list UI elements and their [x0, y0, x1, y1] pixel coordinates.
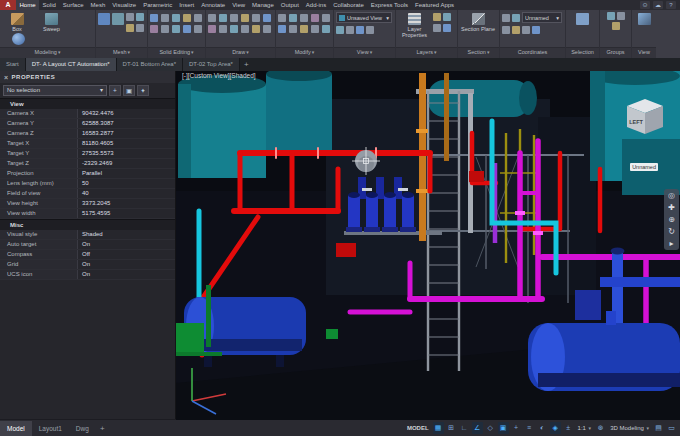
otrack-icon[interactable]: +	[511, 422, 522, 434]
osnap-icon[interactable]: ▣	[498, 422, 509, 434]
visual-styles-button[interactable]	[634, 12, 654, 26]
line-icon[interactable]	[208, 14, 216, 22]
showmotion-icon[interactable]: ▸	[669, 239, 673, 248]
property-value[interactable]: Parallel	[77, 169, 175, 178]
quick-select-icon[interactable]: ✦	[137, 85, 149, 96]
ribbon-tab-express-tools[interactable]: Express Tools	[367, 0, 411, 10]
ucs-view-icon[interactable]	[522, 26, 530, 34]
lineweight-icon[interactable]: ≡	[524, 422, 535, 434]
smooth-less-icon[interactable]	[136, 13, 144, 21]
dwg-tab[interactable]: Dwg	[69, 421, 96, 436]
union-icon[interactable]	[150, 14, 158, 22]
property-value[interactable]: On	[77, 240, 175, 249]
transparency-icon[interactable]: ◐	[537, 422, 548, 434]
section-plane-tag[interactable]: Unnamed	[630, 163, 658, 171]
select-objects-icon[interactable]: ▣	[123, 85, 135, 96]
clean-screen-icon[interactable]: ▭	[666, 422, 677, 434]
layer-isolate-icon[interactable]	[443, 24, 451, 32]
file-tab-top-area[interactable]: DT-02 Top Area*	[183, 58, 240, 71]
ucs-z-axis-icon[interactable]	[512, 26, 520, 34]
file-tab-layout-ct-automation[interactable]: DT- A Layout CT Automation*	[26, 58, 117, 71]
annotation-monitor-icon[interactable]: ▤	[653, 422, 664, 434]
separate-icon[interactable]	[172, 25, 180, 33]
layer-off-icon[interactable]	[433, 13, 441, 21]
imprint-icon[interactable]	[183, 25, 191, 33]
rotate-icon[interactable]	[289, 14, 297, 22]
circle-icon[interactable]	[230, 14, 238, 22]
smooth-mesh-icon[interactable]	[112, 13, 124, 25]
ellipse-icon[interactable]	[263, 14, 271, 22]
file-tab-bottom-area[interactable]: DT-01 Bottom Area*	[117, 58, 183, 71]
new-drawing-tab-button[interactable]: +	[240, 58, 253, 71]
grid-icon[interactable]: ▦	[433, 422, 444, 434]
zoom-icon[interactable]: ⊕	[668, 215, 675, 224]
orbit-tool-icon[interactable]	[336, 26, 344, 34]
add-crease-icon[interactable]	[136, 24, 144, 32]
property-value[interactable]: Shaded	[77, 230, 175, 239]
fillet-icon[interactable]	[289, 25, 297, 33]
move-icon[interactable]	[278, 14, 286, 22]
ucs-tool-icon[interactable]	[512, 14, 520, 22]
property-value[interactable]: 40	[77, 189, 175, 198]
intersect-icon[interactable]	[172, 14, 180, 22]
spline-icon[interactable]	[219, 25, 227, 33]
property-value[interactable]: Off	[77, 250, 175, 259]
app-menu-button[interactable]: A	[0, 0, 16, 10]
array-icon[interactable]	[311, 25, 319, 33]
property-value[interactable]: 27535.5573	[77, 149, 175, 158]
model-tab[interactable]: Model	[0, 421, 32, 436]
refine-mesh-icon[interactable]	[126, 24, 134, 32]
isodraft-icon[interactable]: ◇	[485, 422, 496, 434]
misc-section-header[interactable]: Misc	[0, 219, 175, 230]
coordinates-panel-label[interactable]: Coordinates	[500, 47, 565, 58]
dynamic-input-icon[interactable]: ±	[563, 422, 574, 434]
close-icon[interactable]: ×	[4, 74, 9, 81]
property-value[interactable]: -2329.2469	[77, 159, 175, 168]
ribbon-tab-manage[interactable]: Manage	[249, 0, 278, 10]
model-space-indicator[interactable]: MODEL	[405, 425, 431, 431]
pan-tool-icon[interactable]	[346, 26, 354, 34]
ribbon-tab-surface[interactable]: Surface	[59, 0, 87, 10]
pan-icon[interactable]: ✚	[668, 203, 675, 212]
ribbon-tab-home[interactable]: Home	[16, 0, 39, 10]
file-tab-start[interactable]: Start	[0, 58, 26, 71]
ribbon-tab-annotate[interactable]: Annotate	[198, 0, 229, 10]
ortho-icon[interactable]: ∟	[459, 422, 470, 434]
erase-icon[interactable]	[311, 14, 319, 22]
layout1-tab[interactable]: Layout1	[32, 421, 69, 436]
viewport-controls[interactable]: [-][Custom View][Shaded]	[182, 72, 256, 79]
ribbon-tab-visualize[interactable]: Visualize	[109, 0, 140, 10]
layer-properties-button[interactable]: Layer Properties	[398, 12, 431, 38]
osnap-3d-icon[interactable]: ◈	[550, 422, 561, 434]
pickadd-toggle-icon[interactable]: +	[109, 85, 121, 96]
section-panel-label[interactable]: Section▾	[458, 47, 499, 58]
snap-icon[interactable]: ⊞	[446, 422, 457, 434]
property-value[interactable]: 16583.2877	[77, 129, 175, 138]
modify-panel-label[interactable]: Modify▾	[276, 47, 333, 58]
property-value[interactable]: On	[77, 260, 175, 269]
zoom-extents-icon[interactable]	[356, 26, 364, 34]
layer-freeze-icon[interactable]	[443, 13, 451, 21]
property-value[interactable]: 3373.2045	[77, 199, 175, 208]
new-layout-button[interactable]: +	[96, 421, 109, 436]
property-value[interactable]: 90432.4476	[77, 109, 175, 118]
selection-modes-button[interactable]	[568, 12, 596, 26]
polyline-icon[interactable]	[219, 14, 227, 22]
solid-editing-panel-label[interactable]: Solid Editing▾	[148, 47, 205, 58]
ribbon-tab-view[interactable]: View	[229, 0, 249, 10]
view-section-header[interactable]: View	[0, 98, 175, 109]
shell-icon[interactable]	[161, 25, 169, 33]
search-icon[interactable]: ⊙	[640, 1, 650, 9]
arc-icon[interactable]	[241, 14, 249, 22]
mirror-icon[interactable]	[278, 25, 286, 33]
helix-icon[interactable]	[263, 25, 271, 33]
ribbon-tab-collaborate[interactable]: Collaborate	[330, 0, 368, 10]
xline-icon[interactable]	[230, 25, 238, 33]
view-panel-label[interactable]: View▾	[334, 47, 395, 58]
ungroup-icon[interactable]	[617, 12, 625, 20]
gear-icon[interactable]: ⊛	[595, 422, 606, 434]
property-value[interactable]: 62588.3087	[77, 119, 175, 128]
ucs-origin-icon[interactable]	[502, 26, 510, 34]
rectangle-icon[interactable]	[252, 14, 260, 22]
ribbon-tab-insert[interactable]: Insert	[176, 0, 198, 10]
